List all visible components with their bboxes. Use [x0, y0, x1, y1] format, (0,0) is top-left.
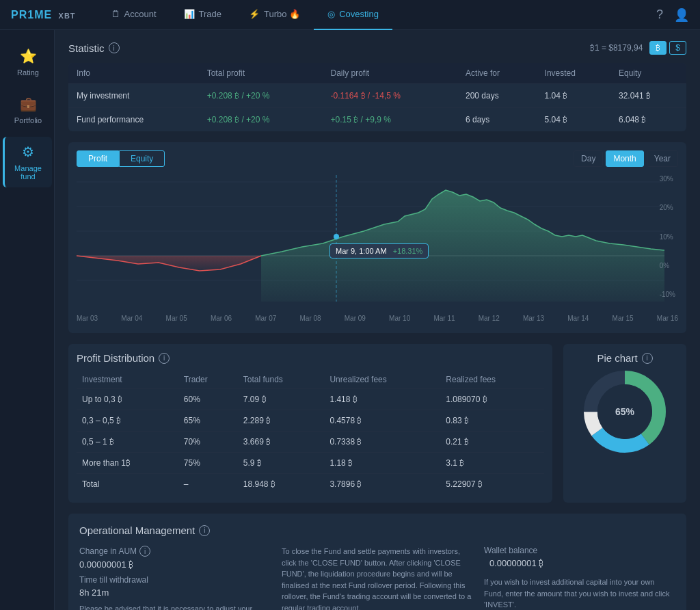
operational-title: Operational Management i	[79, 525, 675, 536]
operational-info-icon[interactable]: i	[199, 525, 210, 536]
tooltip-date: Mar 9, 1:00 AM	[336, 247, 387, 255]
equity-chart-btn[interactable]: Equity	[119, 150, 165, 167]
dist-col-investment: Investment	[77, 371, 178, 389]
col-total-profit: Total profit	[199, 63, 323, 84]
nav-covesting-label: Covesting	[339, 9, 379, 19]
pie-chart-info-icon[interactable]: i	[642, 353, 653, 364]
profit-dist-info-icon[interactable]: i	[159, 353, 170, 364]
nav-turbo-label: Turbo 🔥	[264, 9, 300, 19]
usd-currency-btn[interactable]: $	[669, 41, 686, 55]
top-navigation: PR1ME XBT 🗒 Account 📊 Trade ⚡ Turbo 🔥 ◎ …	[0, 0, 700, 30]
wallet-balance-value: 0.00000001 ₿	[489, 558, 543, 568]
dist-trader: –	[178, 474, 238, 495]
dist-col-total: Total funds	[238, 371, 325, 389]
sidebar-item-manage-fund[interactable]: ⚙ Manage fund	[3, 137, 52, 187]
nav-items: 🗒 Account 📊 Trade ⚡ Turbo 🔥 ◎ Covesting	[98, 0, 656, 30]
dist-unrealized: 3.7896 ₿	[324, 474, 440, 495]
x-label: Mar 11	[433, 315, 455, 322]
chart-type-buttons: Profit Equity	[77, 150, 165, 167]
btc-price: ₿1 = $8179,94	[590, 43, 643, 53]
close-fund-text: To close the Fund and settle payments wi…	[282, 546, 473, 610]
dist-table: Investment Trader Total funds Unrealized…	[77, 371, 544, 494]
cell-equity: 32.041 ₿	[610, 84, 686, 108]
aum-info-icon[interactable]: i	[139, 546, 150, 557]
statistic-table: Info Total profit Daily profit Active fo…	[68, 63, 686, 131]
profit-dist-title: Profit Distribution i	[77, 352, 544, 364]
x-label: Mar 04	[121, 315, 142, 322]
covesting-icon: ◎	[327, 9, 335, 19]
op-col-aum: Change in AUM i 0.00000001 ₿ Time till w…	[79, 546, 271, 610]
day-btn[interactable]: Day	[574, 150, 603, 167]
dist-total: 3.669 ₿	[238, 432, 325, 453]
dist-trader: 70%	[178, 432, 238, 453]
statistic-controls: ₿1 = $8179,94 ₿ $	[590, 41, 686, 55]
cell-info: Fund performance	[68, 108, 199, 132]
chart-controls: Profit Equity Day Month Year	[77, 150, 678, 167]
cell-total-profit: +0.208 ₿ / +20 %	[199, 108, 323, 132]
dist-trader: 65%	[178, 410, 238, 432]
dist-realized: 1.089070 ₿	[440, 389, 544, 410]
pie-chart-title: Pie chart i	[597, 352, 652, 364]
sidebar-portfolio-label: Portfolio	[14, 116, 42, 124]
dist-row: More than 1₿ 75% 5.9 ₿ 1.18 ₿ 3.1 ₿	[77, 453, 544, 474]
dist-total: 18.948 ₿	[238, 474, 325, 495]
sidebar-item-portfolio[interactable]: 💼 Portfolio	[3, 89, 52, 131]
invest-note: If you wish to invest additional capital…	[484, 576, 675, 610]
currency-toggle: ₿ $	[649, 41, 686, 55]
dist-row: Up to 0,3 ₿ 60% 7.09 ₿ 1.418 ₿ 1.089070 …	[77, 389, 544, 410]
op-note: Please be advised that it is necessary t…	[79, 603, 271, 610]
dist-investment: Up to 0,3 ₿	[77, 389, 178, 410]
logo-1: 1	[27, 9, 34, 21]
dist-row: 0,5 – 1 ₿ 70% 3.669 ₿ 0.7338 ₿ 0.21 ₿	[77, 432, 544, 453]
wallet-balance-row: Wallet balance 0.00000001 ₿	[484, 546, 675, 568]
x-label: Mar 16	[657, 315, 678, 322]
statistic-info-icon[interactable]: i	[109, 42, 120, 53]
dist-unrealized: 1.418 ₿	[324, 389, 440, 410]
logo-me: ME	[34, 9, 52, 21]
help-icon[interactable]: ?	[656, 8, 663, 22]
dist-investment: 0,5 – 1 ₿	[77, 432, 178, 453]
trade-icon: 📊	[184, 9, 195, 19]
cell-total-profit: +0.208 ₿ / +20 %	[199, 84, 323, 108]
rating-icon: ⭐	[20, 48, 37, 64]
user-icon[interactable]: 👤	[674, 8, 689, 23]
btc-currency-btn[interactable]: ₿	[649, 41, 667, 55]
table-header-row: Info Total profit Daily profit Active fo…	[68, 63, 686, 84]
sidebar-item-rating[interactable]: ⭐ Rating	[3, 41, 52, 83]
dist-realized: 5.22907 ₿	[440, 474, 544, 495]
dist-col-unrealized: Unrealized fees	[324, 371, 440, 389]
x-label: Mar 13	[523, 315, 544, 322]
y-neg10: -10%	[660, 291, 675, 298]
nav-covesting[interactable]: ◎ Covesting	[314, 0, 392, 30]
dist-total: 2.289 ₿	[238, 410, 325, 432]
dist-investment: 0,3 – 0,5 ₿	[77, 410, 178, 432]
op-col-close: To close the Fund and settle payments wi…	[282, 546, 473, 610]
cell-invested: 5.04 ₿	[537, 108, 610, 132]
sidebar: ⭐ Rating 💼 Portfolio ⚙ Manage fund	[0, 30, 55, 610]
chart-container: Profit Equity Day Month Year 30% 20% 10%…	[68, 142, 686, 333]
dist-investment: Total	[77, 474, 178, 495]
statistic-header: Statistic i ₿1 = $8179,94 ₿ $	[68, 41, 686, 55]
sidebar-manage-fund-label: Manage fund	[10, 164, 46, 181]
profit-chart-btn[interactable]: Profit	[77, 150, 119, 167]
svg-marker-7	[261, 190, 664, 302]
dist-total: 7.09 ₿	[238, 389, 325, 410]
dist-col-trader: Trader	[178, 371, 238, 389]
time-withdrawal-value: 8h 21m	[79, 587, 271, 598]
account-icon: 🗒	[111, 9, 120, 19]
year-btn[interactable]: Year	[647, 150, 678, 167]
chart-x-labels: Mar 03Mar 04Mar 05Mar 06Mar 07Mar 08Mar …	[77, 312, 678, 325]
y-10: 10%	[660, 233, 675, 241]
operational-management: Operational Management i Change in AUM i…	[68, 514, 686, 610]
dist-unrealized: 1.18 ₿	[324, 453, 440, 474]
month-btn[interactable]: Month	[606, 150, 643, 167]
profit-section: Profit Distribution i Investment Trader …	[68, 344, 686, 503]
x-label: Mar 06	[211, 315, 232, 322]
nav-trade[interactable]: 📊 Trade	[170, 0, 235, 30]
nav-turbo[interactable]: ⚡ Turbo 🔥	[235, 0, 314, 30]
col-info: Info	[68, 63, 199, 84]
nav-account[interactable]: 🗒 Account	[98, 0, 170, 30]
dist-realized: 0.83 ₿	[440, 410, 544, 432]
svg-point-9	[334, 234, 339, 239]
layout: ⭐ Rating 💼 Portfolio ⚙ Manage fund Stati…	[0, 30, 700, 610]
